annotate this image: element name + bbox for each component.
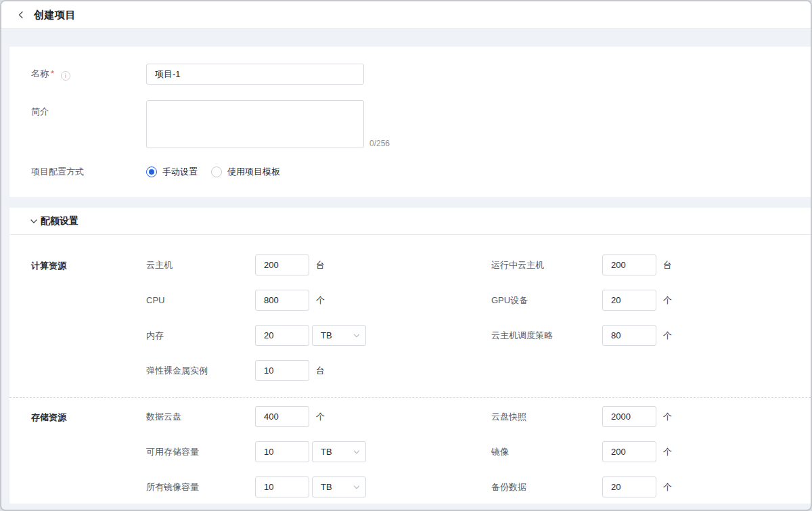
quota-field-label: 云盘快照 [491, 411, 602, 423]
intro-row: 简介 0/256 [9, 100, 811, 148]
resource-group-label: 存储资源 [31, 406, 146, 497]
quota-unit: 台 [316, 365, 325, 377]
config-mode-row: 项目配置方式 手动设置 使用项目模板 [9, 166, 811, 178]
quota-field: 数据云盘 个 [146, 406, 491, 427]
quota-field: 镜像 个 [491, 441, 800, 462]
quota-unit: 个 [663, 411, 672, 423]
quota-unit: 个 [316, 411, 325, 423]
chevron-down-icon [353, 332, 360, 339]
radio-circle-icon [211, 166, 222, 177]
quota-field-label: 内存 [146, 330, 255, 342]
quota-value-input[interactable] [255, 325, 309, 346]
quota-value-input[interactable] [255, 406, 309, 427]
quota-value-input[interactable] [602, 325, 656, 346]
quota-field-label: 所有镜像容量 [146, 481, 255, 493]
quota-field-label: 弹性裸金属实例 [146, 365, 255, 377]
name-input[interactable] [146, 64, 364, 85]
name-row: 名称* i [9, 64, 811, 85]
quota-value-input[interactable] [602, 441, 656, 462]
quota-resource-section: 存储资源 数据云盘 个 可用存储容量 TB 所有镜像容量 TB 云盘快照 [9, 397, 811, 504]
quota-field: 云盘快照 个 [491, 406, 800, 427]
page-title: 创建项目 [34, 9, 76, 22]
radio-option-label: 使用项目模板 [227, 166, 280, 178]
quota-value-input[interactable] [602, 290, 656, 311]
quota-field: 弹性裸金属实例 台 [146, 360, 491, 381]
quota-field: CPU 个 [146, 290, 491, 311]
unit-select-value: TB [321, 447, 353, 457]
quota-field-label: 可用存储容量 [146, 446, 255, 458]
chevron-down-icon [353, 484, 360, 491]
quota-field: 所有镜像容量 TB [146, 476, 491, 497]
quota-unit: 个 [316, 294, 325, 307]
quota-value-input[interactable] [255, 360, 309, 381]
quota-field-label: 云主机 [146, 259, 255, 271]
quota-card: 配额设置 计算资源 云主机 台 CPU 个 内存 TB 弹性裸金属实例 台 [9, 208, 811, 504]
quota-resource-section: 计算资源 云主机 台 CPU 个 内存 TB 弹性裸金属实例 台 运行中云主机 [9, 235, 811, 397]
quota-unit: 个 [663, 330, 672, 342]
quota-field-label: 数据云盘 [146, 411, 255, 423]
chevron-left-icon [17, 11, 25, 19]
back-button[interactable] [15, 9, 27, 21]
basic-info-card: 名称* i 简介 0/256 项目配置方式 手动设置 使用项目模板 [9, 47, 811, 197]
quota-field: 备份数据 个 [491, 476, 800, 497]
quota-field: 可用存储容量 TB [146, 441, 491, 462]
radio-option[interactable]: 使用项目模板 [211, 166, 280, 178]
config-mode-label: 项目配置方式 [31, 166, 146, 178]
quota-unit: 个 [663, 294, 672, 307]
main-content: 名称* i 简介 0/256 项目配置方式 手动设置 使用项目模板 [1, 29, 811, 511]
info-icon[interactable]: i [61, 71, 70, 81]
config-mode-radio-group: 手动设置 使用项目模板 [146, 166, 280, 178]
create-project-page: 创建项目 名称* i 简介 0/256 项目配置方式 手动设置 使 [0, 0, 812, 511]
quota-title: 配额设置 [41, 215, 78, 227]
intro-label: 简介 [31, 100, 146, 118]
radio-circle-icon [146, 166, 157, 177]
quota-column-left: 数据云盘 个 可用存储容量 TB 所有镜像容量 TB [146, 406, 491, 497]
intro-textarea[interactable] [146, 100, 364, 148]
quota-unit: 台 [663, 259, 672, 271]
unit-select[interactable]: TB [312, 325, 366, 346]
quota-field: 运行中云主机 台 [491, 254, 800, 275]
unit-select-value: TB [321, 482, 353, 492]
quota-field-label: 运行中云主机 [491, 259, 602, 271]
quota-field-label: 备份数据 [491, 481, 602, 493]
radio-option-label: 手动设置 [162, 166, 198, 178]
quota-unit: 台 [316, 259, 325, 271]
quota-field: 内存 TB [146, 325, 491, 346]
quota-section-header[interactable]: 配额设置 [9, 208, 811, 235]
quota-field-label: 云主机调度策略 [491, 330, 602, 342]
name-label-text: 名称 [31, 68, 49, 79]
quota-value-input[interactable] [255, 254, 309, 275]
quota-field: GPU设备 个 [491, 290, 800, 311]
quota-column-right: 云盘快照 个 镜像 个 备份数据 个 [491, 406, 800, 497]
quota-value-input[interactable] [255, 290, 309, 311]
quota-column-left: 云主机 台 CPU 个 内存 TB 弹性裸金属实例 台 [146, 254, 491, 381]
unit-select-value: TB [321, 330, 353, 340]
quota-sections: 计算资源 云主机 台 CPU 个 内存 TB 弹性裸金属实例 台 运行中云主机 [9, 235, 811, 504]
quota-field: 云主机调度策略 个 [491, 325, 800, 346]
page-header: 创建项目 [1, 1, 811, 29]
chevron-down-icon [353, 449, 360, 456]
quota-field-label: 镜像 [491, 446, 602, 458]
quota-value-input[interactable] [602, 254, 656, 275]
quota-field: 云主机 台 [146, 254, 491, 275]
chevron-down-icon [30, 217, 38, 225]
quota-value-input[interactable] [255, 441, 309, 462]
char-counter: 0/256 [369, 139, 390, 148]
quota-field-label: GPU设备 [491, 294, 602, 307]
unit-select[interactable]: TB [312, 476, 366, 497]
resource-group-label: 计算资源 [31, 254, 146, 381]
quota-column-right: 运行中云主机 台 GPU设备 个 云主机调度策略 个 [491, 254, 800, 381]
quota-value-input[interactable] [602, 406, 656, 427]
quota-unit: 个 [663, 446, 672, 458]
quota-field-label: CPU [146, 295, 255, 305]
name-label: 名称* i [31, 68, 146, 81]
radio-option[interactable]: 手动设置 [146, 166, 198, 178]
required-mark: * [51, 68, 54, 79]
quota-value-input[interactable] [602, 476, 656, 497]
quota-value-input[interactable] [255, 476, 309, 497]
quota-unit: 个 [663, 481, 672, 493]
unit-select[interactable]: TB [312, 441, 366, 462]
